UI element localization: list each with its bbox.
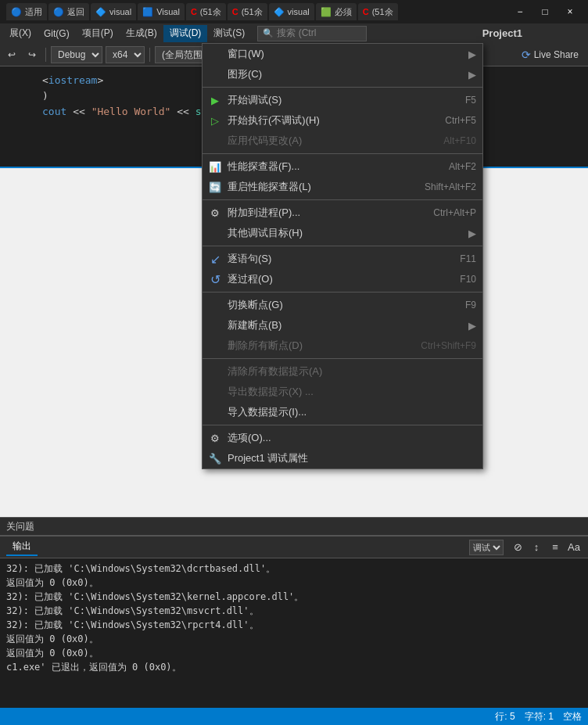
menu-item-export-datatips[interactable]: 导出数据提示(X) ... [203,382,482,402]
redo-button[interactable]: ↪ [23,46,41,63]
sep6 [203,358,482,359]
output-dropdown[interactable]: 调试 [469,540,504,555]
menu-item-attach[interactable]: ⚙ 附加到进程(P)... Ctrl+Alt+P [203,203,482,223]
menu-item-import-datatips[interactable]: 导入数据提示(I)... [203,402,482,422]
status-space: 空格 [563,710,582,723]
menu-item-other-targets[interactable]: 其他调试目标(H) ▶ [203,223,482,243]
menu-item-graphics[interactable]: 图形(C) ▶ [203,64,482,84]
platform-select[interactable]: x64 [106,46,145,63]
start-nodebug-icon: ▷ [207,115,223,127]
sep4 [203,246,482,246]
output-toolbar-icons: 调试 ⊘ ↕ ≡ Aa [469,540,582,555]
menu-item-start-debug[interactable]: ▶ 开始调试(S) F5 [203,90,482,110]
output-wrap-button[interactable]: ≡ [547,540,563,555]
menu-item-delete-all-bp[interactable]: 删除所有断点(D) Ctrl+Shift+F9 [203,336,482,356]
find-bar: 关问题 [0,517,588,536]
menu-item-start-no-debug[interactable]: ▷ 开始执行(不调试)(H) Ctrl+F5 [203,110,482,131]
tab-c2[interactable]: C (51余 [228,3,267,20]
output-line-7: 返回值为 0 (0x0)。 [6,646,582,660]
start-debug-icon: ▶ [207,95,223,106]
menu-item-restart-perf[interactable]: 🔄 重启性能探查器(L) Shift+Alt+F2 [203,177,482,197]
menu-item-new-bp[interactable]: 新建断点(B) ▶ [203,315,482,336]
menu-bar: 展(X) Git(G) 项目(P) 生成(B) 调试(D) 测试(S) 🔍 搜索… [0,23,588,43]
restart-perf-icon: 🔄 [207,181,223,193]
tab-visual1[interactable]: 🔷 visual [91,3,136,20]
tab-c3[interactable]: C (51余 [358,3,398,20]
step-into-icon: ↙ [207,252,223,267]
menu-item-apply-code[interactable]: 应用代码更改(A) Alt+F10 [203,131,482,151]
step-over-icon: ↺ [207,272,223,287]
menu-zhanx[interactable]: 展(X) [3,25,38,42]
output-find-button[interactable]: Aa [566,540,582,555]
toolbar-sep2 [149,48,150,62]
menu-xiangmu[interactable]: 项目(P) [76,25,120,42]
perf-icon: 📊 [207,161,223,173]
output-scroll-button[interactable]: ↕ [529,540,544,555]
find-bar-label[interactable]: 关问题 [6,520,34,533]
tab-visual3[interactable]: 🔷 visual [269,3,314,20]
window-controls: − □ × [508,4,582,20]
output-line-3: 32): 已加载 'C:\Windows\System32\kernel.app… [6,590,582,604]
tab-fanhui[interactable]: 🔵 返回 [48,3,89,20]
menu-item-debug-props[interactable]: 🔧 Project1 调试属性 [203,448,482,468]
sep5 [203,292,482,293]
toolbar-sep1 [45,48,46,62]
attach-icon: ⚙ [207,207,223,219]
menu-item-perf[interactable]: 📊 性能探查器(F)... Alt+F2 [203,156,482,177]
menu-item-options[interactable]: ⚙ 选项(O)... [203,428,482,448]
menu-item-window[interactable]: 窗口(W) ▶ [203,44,482,64]
options-icon: ⚙ [207,432,223,444]
status-row: 行: 5 [495,710,514,723]
maximize-button[interactable]: □ [533,4,557,20]
output-toolbar: 输出 调试 ⊘ ↕ ≡ Aa [0,537,588,558]
status-col: 字符: 1 [525,710,554,723]
live-share-icon: ⟳ [522,48,531,61]
status-bar: 行: 5 字符: 1 空格 [0,708,588,725]
title-tabs: 🔵 适用 🔵 返回 🔷 visual 🟦 Visual C (51余 C (51… [6,3,508,20]
debug-props-icon: 🔧 [207,453,223,465]
output-content: 32): 已加载 'C:\Windows\System32\dcrtbased.… [0,558,588,709]
minimize-button[interactable]: − [508,4,532,20]
sep7 [203,425,482,425]
menu-item-step-over[interactable]: ↺ 逐过程(O) F10 [203,269,482,289]
output-line-2: 返回值为 0 (0x0)。 [6,576,582,590]
debug-dropdown-menu[interactable]: 窗口(W) ▶ 图形(C) ▶ ▶ 开始调试(S) F5 ▷ 开始执行(不调试)… [202,43,483,469]
close-button[interactable]: × [558,4,582,20]
output-panel: 输出 调试 ⊘ ↕ ≡ Aa 32): 已加载 'C:\Windows\Syst… [0,536,588,708]
sep2 [203,153,482,154]
tab-c1[interactable]: C (51余 [186,3,226,20]
tab-bixu[interactable]: 🟩 必须 [316,3,357,20]
menu-item-step-into[interactable]: ↙ 逐语句(S) F11 [203,249,482,269]
output-line-6: 返回值为 0 (0x0)。 [6,632,582,646]
menu-shengcheng[interactable]: 生成(B) [120,25,163,42]
output-tab[interactable]: 输出 [6,538,38,556]
tab-shua[interactable]: 🔵 适用 [6,3,47,20]
output-line-5: 32): 已加载 'C:\Windows\System32\rpcrt4.dll… [6,618,582,632]
config-select[interactable]: Debug [51,46,102,63]
search-icon: 🔍 [263,28,274,38]
project-title: Project1 [482,27,585,39]
new-bp-arrow: ▶ [468,320,476,332]
search-container[interactable]: 🔍 搜索 (Ctrl [257,26,367,41]
menu-git[interactable]: Git(G) [38,25,76,42]
graphics-arrow: ▶ [468,69,476,81]
status-right: 行: 5 字符: 1 空格 [495,710,582,723]
window-arrow: ▶ [468,48,476,60]
output-line-1: 32): 已加载 'C:\Windows\System32\dcrtbased.… [6,562,582,576]
search-placeholder: 搜索 (Ctrl [277,27,316,40]
menu-item-clear-datatips[interactable]: 清除所有数据提示(A) [203,361,482,382]
sep3 [203,199,482,200]
output-line-8: c1.exe' 已退出，返回值为 0 (0x0)。 [6,660,582,674]
sep1 [203,87,482,88]
undo-button[interactable]: ↩ [3,46,20,63]
output-clear-button[interactable]: ⊘ [510,540,525,555]
menu-tiaoshi[interactable]: 调试(D) [163,25,208,42]
output-line-4: 32): 已加载 'C:\Windows\System32\msvcrt.dll… [6,604,582,618]
output-source-select[interactable]: 调试 [469,540,504,555]
menu-item-toggle-bp[interactable]: 切换断点(G) F9 [203,295,482,315]
menu-ceshi[interactable]: 测试(S) [207,25,251,42]
other-targets-arrow: ▶ [468,228,476,239]
live-share-button[interactable]: ⟳ Live Share [515,47,585,63]
tab-Visual2[interactable]: 🟦 Visual [138,3,185,20]
toolbar-right: ⟳ Live Share [515,47,585,63]
